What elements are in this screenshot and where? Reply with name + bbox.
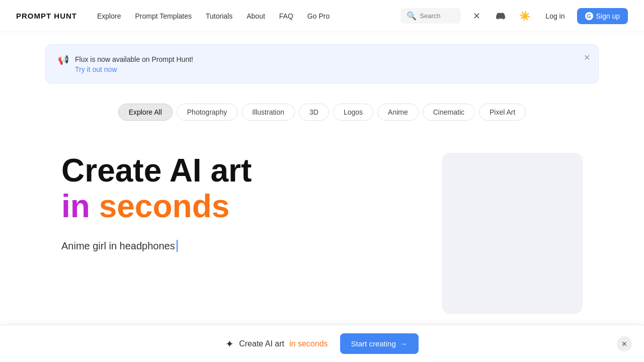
search-bar[interactable]: 🔍 xyxy=(400,8,461,24)
nav-explore[interactable]: Explore xyxy=(97,12,121,20)
twitter-icon-button[interactable]: ✕ xyxy=(468,8,485,25)
megaphone-icon: 📢 xyxy=(58,54,69,65)
nav-about[interactable]: About xyxy=(247,12,265,20)
tab-3d[interactable]: 3D xyxy=(299,104,329,121)
nav-actions: 🔍 ✕ ☀️ Log in G Sign up xyxy=(400,8,628,25)
nav-faq[interactable]: FAQ xyxy=(279,12,293,20)
nav-links: Explore Prompt Templates Tutorials About… xyxy=(97,12,400,20)
nav-tutorials[interactable]: Tutorials xyxy=(206,12,232,20)
announcement-banner: 📢 Flux is now available on Prompt Hunt! … xyxy=(45,44,599,83)
signup-button[interactable]: G Sign up xyxy=(577,8,628,24)
hero-left: Create AI art in seconds Anime girl in h… xyxy=(61,153,412,268)
bottom-banner-text: ✦ Create AI art in seconds xyxy=(225,338,328,344)
hero-word-in: in xyxy=(61,188,90,224)
google-icon: G xyxy=(585,12,593,20)
tab-explore-all[interactable]: Explore All xyxy=(118,104,173,121)
banner-link[interactable]: Try it out now xyxy=(75,65,117,73)
start-creating-button[interactable]: Start creating → xyxy=(340,333,419,344)
arrow-icon: → xyxy=(400,339,408,344)
hero-title-line2: in seconds xyxy=(61,189,412,224)
login-button[interactable]: Log in xyxy=(540,9,570,23)
banner-text: Flux is now available on Prompt Hunt! xyxy=(75,54,193,65)
tab-anime[interactable]: Anime xyxy=(377,104,419,121)
hero-word-seconds: seconds xyxy=(99,188,230,224)
search-input[interactable] xyxy=(420,12,460,20)
text-cursor xyxy=(177,240,178,252)
tab-logos[interactable]: Logos xyxy=(333,104,373,121)
bottom-cta-banner: ✦ Create AI art in seconds Start creatin… xyxy=(0,325,644,344)
tab-cinematic[interactable]: Cinematic xyxy=(423,104,475,121)
navbar: PROMPT HUNT Explore Prompt Templates Tut… xyxy=(0,0,644,32)
search-icon: 🔍 xyxy=(407,11,417,21)
sparkle-icon: ✦ xyxy=(225,338,234,344)
banner-close-button[interactable]: ✕ xyxy=(584,53,590,62)
hero-prompt-display: Anime girl in headphones xyxy=(61,240,412,252)
hero-title-line1: Create AI art xyxy=(61,153,412,188)
bottom-text-main: Create AI art xyxy=(239,339,284,344)
nav-go-pro[interactable]: Go Pro xyxy=(307,12,330,20)
banner-content: Flux is now available on Prompt Hunt! Tr… xyxy=(75,54,193,74)
category-tabs: Explore All Photography Illustration 3D … xyxy=(0,96,644,133)
discord-icon-button[interactable] xyxy=(492,8,509,25)
hero-section: Create AI art in seconds Anime girl in h… xyxy=(45,133,599,344)
bottom-banner-close-button[interactable]: ✕ xyxy=(617,336,632,344)
hero-prompt-text: Anime girl in headphones xyxy=(61,240,175,252)
site-logo[interactable]: PROMPT HUNT xyxy=(16,12,77,20)
tab-pixel-art[interactable]: Pixel Art xyxy=(479,104,526,121)
bottom-text-highlight: in seconds xyxy=(289,339,328,344)
hero-image-placeholder xyxy=(442,153,583,314)
nav-prompt-templates[interactable]: Prompt Templates xyxy=(135,12,192,20)
tab-photography[interactable]: Photography xyxy=(177,104,237,121)
start-creating-label: Start creating xyxy=(351,339,396,344)
theme-toggle-button[interactable]: ☀️ xyxy=(516,8,533,25)
tab-illustration[interactable]: Illustration xyxy=(242,104,295,121)
